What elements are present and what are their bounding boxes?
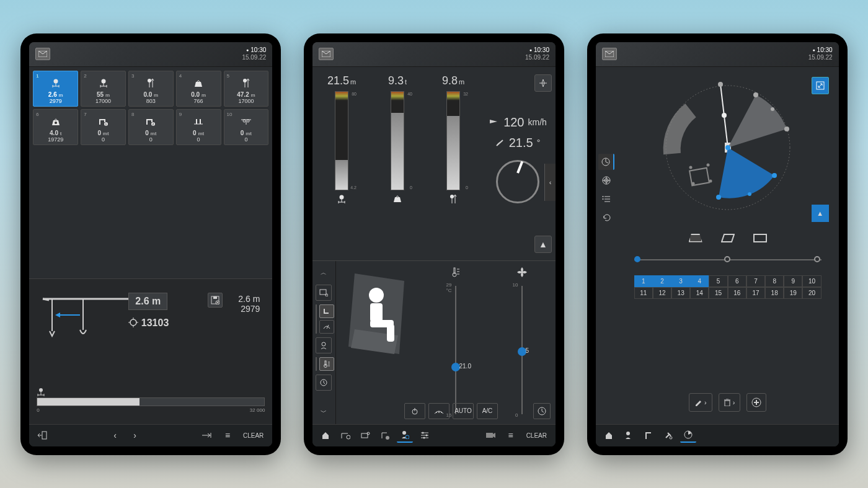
param-tile-9[interactable]: 9 0 mt 0	[176, 109, 221, 145]
wiper-icon[interactable]	[319, 320, 334, 334]
compass-icon[interactable]	[534, 74, 552, 92]
list-icon[interactable]	[598, 191, 614, 207]
param-tile-10[interactable]: 10 0 mt 0	[224, 109, 269, 145]
messages-icon[interactable]	[35, 48, 50, 60]
param-tile-7[interactable]: 7 1 0 mt 0	[81, 109, 126, 145]
menu-icon[interactable]: ≡	[503, 428, 519, 443]
prev-icon[interactable]: ‹	[107, 428, 123, 443]
crane-info-icon[interactable]	[377, 428, 393, 443]
thermometer-icon	[451, 267, 460, 282]
tablet-3: 10:3015.09.22	[587, 33, 848, 455]
zone-num-13[interactable]: 13	[671, 287, 690, 299]
clear-button[interactable]: CLEAR	[523, 428, 551, 443]
zone-num-11[interactable]: 11	[634, 287, 653, 299]
svg-line-26	[43, 299, 49, 300]
param-tile-5[interactable]: 5 47.2 m 17000	[224, 71, 269, 107]
svg-point-77	[347, 435, 350, 439]
zones-icon[interactable]	[680, 428, 696, 443]
svg-point-13	[55, 122, 57, 124]
tools-icon[interactable]	[660, 428, 676, 443]
param-tile-6[interactable]: 6 4.0 t 19729	[33, 109, 78, 145]
north-icon[interactable]: ▲	[534, 236, 552, 253]
operator-icon[interactable]	[397, 428, 413, 443]
clock: 10:30 15.09.22	[242, 47, 266, 61]
power-icon[interactable]	[404, 403, 425, 419]
next-icon[interactable]: ›	[127, 428, 143, 443]
clock-nav-icon[interactable]	[316, 375, 332, 391]
svg-text:2: 2	[153, 122, 154, 126]
add-zone-button[interactable]	[746, 393, 766, 412]
shape-trapezoid[interactable]	[689, 234, 702, 242]
auto-button[interactable]: AUTO	[453, 403, 474, 419]
zone-num-3[interactable]: 3	[671, 275, 690, 287]
delete-button[interactable]: ›	[719, 393, 741, 412]
undo-icon[interactable]	[598, 210, 614, 226]
camera-icon[interactable]	[483, 428, 499, 443]
ac-button[interactable]: A/C	[477, 403, 498, 419]
svg-point-88	[423, 437, 425, 439]
shape-rectangle[interactable]	[753, 234, 767, 242]
north-icon[interactable]: ▲	[812, 205, 829, 222]
operator-icon[interactable]	[621, 428, 637, 443]
param-tile-2[interactable]: 2 55 m 17000	[81, 71, 126, 107]
crane-config-icon[interactable]	[337, 428, 353, 443]
zone-num-2[interactable]: 2	[653, 275, 671, 287]
param-tile-3[interactable]: 3 0.0 m 803	[128, 71, 174, 107]
zone-num-1[interactable]: 1	[634, 275, 653, 287]
temperature-slider[interactable]: 29 °C 21.0 16	[429, 267, 483, 417]
zone-num-19[interactable]: 19	[784, 287, 802, 299]
svg-point-103	[718, 82, 723, 87]
fan-slider[interactable]: 10 5 0	[495, 267, 549, 417]
fullscreen-icon[interactable]	[812, 77, 829, 94]
zone-num-20[interactable]: 20	[802, 287, 821, 299]
zone-num-4[interactable]: 4	[690, 275, 709, 287]
shape-parallelogram[interactable]	[721, 234, 735, 242]
zone-num-12[interactable]: 12	[653, 287, 671, 299]
nav-down-icon[interactable]: ﹀	[316, 404, 332, 420]
messages-icon[interactable]	[602, 48, 617, 60]
sliders-icon[interactable]	[417, 428, 433, 443]
seat-icon[interactable]	[319, 304, 334, 318]
svg-point-116	[706, 163, 709, 166]
zone-step-slider[interactable]	[634, 254, 822, 267]
zone-num-15[interactable]: 15	[709, 287, 727, 299]
display-settings-icon[interactable]	[316, 285, 332, 301]
zone-radar[interactable]: ▲	[623, 73, 833, 222]
timer-zone-icon[interactable]	[598, 154, 614, 170]
nav-up-icon[interactable]: ︿	[316, 265, 332, 281]
zone-num-17[interactable]: 17	[746, 287, 765, 299]
engine-icon[interactable]	[357, 428, 373, 443]
collapse-icon[interactable]: ‹	[544, 164, 556, 201]
clear-button[interactable]: CLEAR	[239, 428, 267, 443]
save-icon[interactable]	[208, 293, 223, 308]
svg-point-1	[53, 79, 58, 84]
menu-icon[interactable]: ≡	[219, 428, 236, 443]
zone-num-6[interactable]: 6	[728, 275, 746, 287]
timer-icon[interactable]	[533, 403, 551, 419]
home-icon[interactable]	[317, 428, 334, 443]
zone-num-5[interactable]: 5	[709, 275, 727, 287]
radar-icon[interactable]	[598, 172, 614, 189]
messages-icon[interactable]	[319, 48, 334, 60]
tab-jump-icon[interactable]	[200, 428, 216, 443]
param-tile-1[interactable]: 1 2.6 m 2979	[33, 71, 78, 107]
user-icon[interactable]	[316, 337, 332, 353]
zone-num-7[interactable]: 7	[746, 275, 765, 287]
zone-num-18[interactable]: 18	[765, 287, 784, 299]
crane-icon[interactable]	[640, 428, 657, 443]
zone-num-10[interactable]: 10	[802, 275, 821, 287]
param-tile-8[interactable]: 8 2 0 mt 0	[128, 109, 174, 145]
zone-num-8[interactable]: 8	[765, 275, 784, 287]
zone-num-9[interactable]: 9	[784, 275, 802, 287]
radius-icon	[37, 388, 265, 396]
temperature-nav-icon[interactable]	[319, 357, 334, 371]
exit-icon[interactable]	[34, 428, 50, 443]
load-icon	[392, 194, 402, 203]
zone-num-14[interactable]: 14	[690, 287, 709, 299]
svg-rect-41	[42, 432, 46, 439]
param-tile-4[interactable]: 4 0.0 m 766	[176, 71, 221, 107]
zone-num-16[interactable]: 16	[728, 287, 746, 299]
defrost-icon[interactable]	[428, 403, 450, 419]
home-icon[interactable]	[601, 428, 617, 443]
edit-button[interactable]: ›	[689, 393, 712, 412]
